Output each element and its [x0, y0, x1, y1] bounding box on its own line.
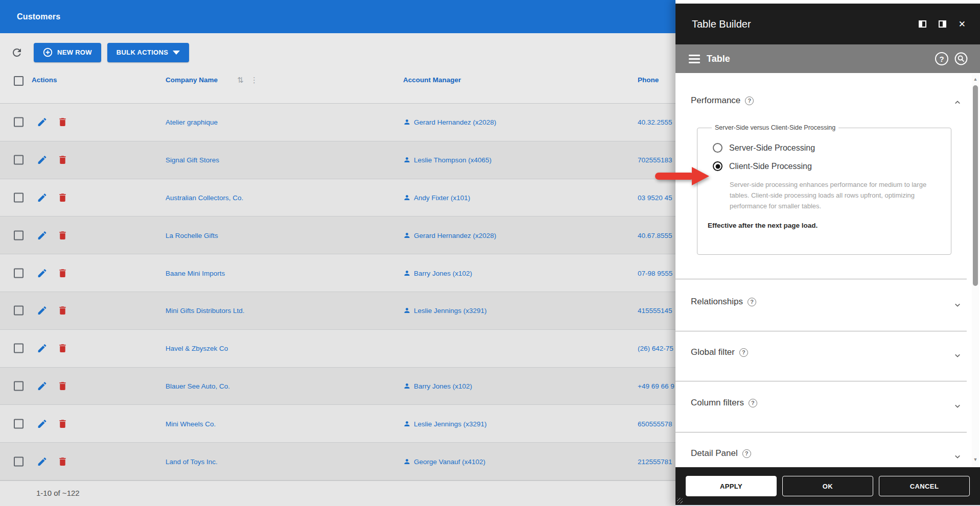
phone-link[interactable]: 702555183 [638, 156, 675, 164]
select-all-checkbox[interactable] [14, 76, 24, 86]
manager-link[interactable]: Andy Fixter (x101) [403, 194, 470, 201]
phone-link[interactable]: +49 69 66 9 [638, 382, 675, 390]
radio-unchecked-icon[interactable] [713, 143, 722, 153]
chevron-down-icon[interactable] [954, 351, 961, 357]
row-checkbox[interactable] [14, 117, 24, 127]
manager-link[interactable]: Gerard Hernandez (x2028) [403, 118, 496, 126]
phone-link[interactable]: 212555781 [638, 457, 675, 465]
chevron-up-icon[interactable] [954, 99, 961, 105]
relationships-section-header[interactable]: Relationships ? [691, 297, 756, 307]
company-link[interactable]: Mini Wheels Co. [166, 420, 216, 427]
company-link[interactable]: Signal Gift Stores [166, 156, 219, 164]
row-checkbox[interactable] [14, 192, 24, 202]
cancel-button[interactable]: CANCEL [879, 476, 970, 496]
apply-button[interactable]: APPLY [686, 476, 777, 496]
resize-handle[interactable] [677, 498, 683, 503]
delete-icon[interactable] [57, 230, 68, 240]
delete-icon[interactable] [57, 343, 68, 354]
phone-link[interactable]: 07-98 9555 [638, 269, 675, 277]
bulk-actions-button[interactable]: BULK ACTIONS [107, 43, 189, 62]
phone-link[interactable]: 40.67.8555 [638, 231, 675, 239]
detail-panel-section-header[interactable]: Detail Panel ? [691, 448, 751, 459]
row-checkbox[interactable] [14, 230, 24, 240]
chevron-down-icon[interactable] [954, 452, 961, 459]
row-checkbox[interactable] [14, 381, 24, 391]
manager-link[interactable]: George Vanauf (x4102) [403, 457, 485, 465]
column-header-manager[interactable]: Account Manager [403, 76, 461, 84]
help-icon[interactable]: ? [749, 399, 757, 407]
company-link[interactable]: Havel & Zbyszek Co [166, 345, 228, 352]
manager-link[interactable]: Barry Jones (x102) [403, 269, 472, 277]
edit-icon[interactable] [37, 230, 48, 240]
edit-icon[interactable] [37, 343, 48, 354]
column-header-company[interactable]: Company Name [166, 76, 218, 84]
panel-scrollbar[interactable]: ▲ ▼ [972, 74, 979, 466]
delete-icon[interactable] [57, 155, 68, 165]
edit-icon[interactable] [37, 192, 48, 203]
delete-icon[interactable] [57, 117, 68, 128]
radio-client-side[interactable]: Client-Side Processing [713, 161, 941, 171]
delete-icon[interactable] [57, 456, 68, 467]
global-filter-section-header[interactable]: Global filter ? [691, 347, 748, 357]
delete-icon[interactable] [57, 418, 68, 429]
sort-icon[interactable]: ⇅ [237, 76, 244, 85]
phone-link[interactable]: 415555145 [638, 307, 675, 315]
manager-link[interactable]: Leslie Jennings (x3291) [403, 420, 487, 427]
help-icon[interactable]: ? [935, 52, 948, 65]
manager-link[interactable]: Leslie Jennings (x3291) [403, 307, 487, 315]
edit-icon[interactable] [37, 268, 48, 278]
row-checkbox[interactable] [14, 306, 24, 316]
company-link[interactable]: Baane Mini Imports [166, 269, 225, 277]
manager-link[interactable]: Gerard Hernandez (x2028) [403, 231, 496, 239]
edit-icon[interactable] [37, 117, 48, 128]
column-filters-section-header[interactable]: Column filters ? [691, 398, 757, 408]
row-checkbox[interactable] [14, 268, 24, 278]
manager-link[interactable]: Leslie Thompson (x4065) [403, 156, 492, 164]
row-checkbox[interactable] [14, 344, 24, 353]
phone-link[interactable]: 650555578 [638, 420, 675, 427]
menu-icon[interactable] [689, 53, 700, 65]
manager-link[interactable]: Barry Jones (x102) [403, 382, 472, 390]
dock-left-icon[interactable] [919, 20, 926, 28]
ok-button[interactable]: OK [782, 476, 873, 496]
help-icon[interactable]: ? [742, 449, 751, 458]
help-icon[interactable]: ? [745, 97, 754, 105]
company-link[interactable]: Land of Toys Inc. [166, 457, 218, 465]
dock-right-icon[interactable] [939, 20, 946, 28]
edit-icon[interactable] [37, 155, 48, 165]
edit-icon[interactable] [37, 418, 48, 429]
company-link[interactable]: Atelier graphique [166, 118, 218, 126]
edit-icon[interactable] [37, 305, 48, 316]
column-header-phone[interactable]: Phone [638, 76, 659, 84]
scroll-down-icon[interactable]: ▼ [972, 457, 979, 462]
edit-icon[interactable] [37, 456, 48, 467]
panel-titlebar[interactable]: Table Builder ✕ [675, 4, 980, 44]
help-icon[interactable]: ? [739, 348, 748, 357]
scrollbar-thumb[interactable] [973, 85, 978, 286]
search-icon[interactable] [954, 52, 968, 65]
phone-link[interactable]: (26) 642-75 [638, 345, 675, 352]
company-link[interactable]: Mini Gifts Distributors Ltd. [166, 307, 245, 315]
chevron-down-icon[interactable] [954, 402, 961, 408]
delete-icon[interactable] [57, 268, 68, 278]
help-icon[interactable]: ? [748, 298, 756, 306]
delete-icon[interactable] [57, 192, 68, 203]
radio-server-side[interactable]: Server-Side Processing [713, 143, 941, 153]
row-checkbox[interactable] [14, 419, 24, 428]
scroll-up-icon[interactable]: ▲ [972, 77, 979, 82]
delete-icon[interactable] [57, 380, 68, 391]
column-menu-icon[interactable]: ⋮ [250, 76, 258, 85]
company-link[interactable]: Blauer See Auto, Co. [166, 382, 230, 390]
edit-icon[interactable] [37, 380, 48, 391]
row-checkbox[interactable] [14, 155, 24, 165]
company-link[interactable]: La Rochelle Gifts [166, 231, 218, 239]
company-link[interactable]: Australian Collectors, Co. [166, 194, 243, 201]
chevron-down-icon[interactable] [954, 301, 961, 307]
performance-section-header[interactable]: Performance ? [691, 95, 754, 106]
refresh-button[interactable] [9, 45, 25, 60]
delete-icon[interactable] [57, 305, 68, 316]
phone-link[interactable]: 03 9520 45 [638, 194, 675, 201]
new-row-button[interactable]: NEW ROW [34, 43, 101, 62]
radio-checked-icon[interactable] [713, 161, 722, 171]
phone-link[interactable]: 40.32.2555 [638, 118, 675, 126]
